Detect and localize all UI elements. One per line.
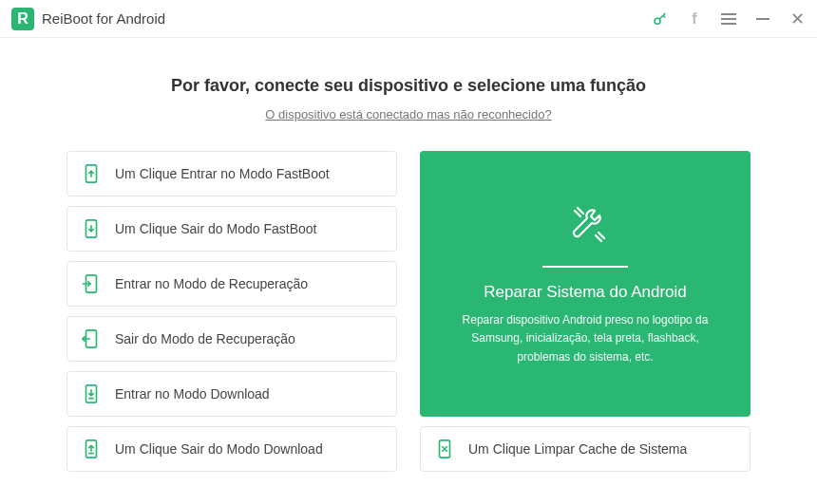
titlebar-controls: f ✕	[652, 10, 806, 28]
close-icon[interactable]: ✕	[788, 10, 806, 28]
phone-arrow-up-icon	[81, 163, 102, 184]
phone-clear-icon	[434, 439, 455, 459]
option-label: Um Clique Sair do Modo Download	[115, 441, 323, 457]
exit-download-button[interactable]: Um Clique Sair do Modo Download	[66, 426, 397, 472]
option-label: Um Clique Limpar Cache de Sistema	[468, 441, 687, 457]
logo-icon: R	[11, 8, 34, 30]
phone-download-icon	[81, 383, 102, 404]
enter-download-button[interactable]: Entrar no Modo Download	[66, 371, 397, 417]
page-heading: Por favor, conecte seu dispositivo e sel…	[66, 76, 750, 96]
app-title: ReiBoot for Android	[42, 10, 165, 27]
key-icon[interactable]	[652, 10, 669, 28]
minimize-icon[interactable]	[754, 10, 771, 28]
option-label: Entrar no Modo Download	[115, 386, 270, 401]
options-grid: Um Clique Entrar no Modo FastBoot Um Cli…	[66, 151, 750, 472]
repair-description: Reparar dispositivo Android preso no log…	[448, 311, 722, 366]
help-link-wrap: O dispositivo está conectado mas não rec…	[66, 105, 750, 122]
enter-recovery-button[interactable]: Entrar no Modo de Recuperação	[66, 261, 397, 307]
tools-icon	[561, 201, 609, 249]
titlebar: R ReiBoot for Android f ✕	[0, 0, 817, 38]
phone-arrow-down-icon	[81, 218, 102, 239]
option-label: Entrar no Modo de Recuperação	[115, 276, 308, 291]
option-label: Um Clique Sair do Modo FastBoot	[115, 221, 316, 236]
app-logo: R ReiBoot for Android	[11, 8, 165, 30]
facebook-icon[interactable]: f	[686, 10, 703, 28]
main-content: Por favor, conecte seu dispositivo e sel…	[0, 38, 817, 500]
phone-arrow-in-icon	[81, 273, 102, 294]
phone-arrow-out-icon	[81, 328, 102, 349]
enter-fastboot-button[interactable]: Um Clique Entrar no Modo FastBoot	[66, 151, 397, 196]
right-column: Reparar Sistema do Android Reparar dispo…	[420, 151, 750, 472]
menu-icon[interactable]	[720, 10, 737, 28]
phone-upload-icon	[81, 439, 102, 459]
repair-title: Reparar Sistema do Android	[484, 283, 687, 302]
clear-cache-button[interactable]: Um Clique Limpar Cache de Sistema	[420, 426, 750, 472]
exit-recovery-button[interactable]: Sair do Modo de Recuperação	[66, 316, 397, 362]
card-divider	[542, 266, 628, 268]
device-not-recognized-link[interactable]: O dispositivo está conectado mas não rec…	[265, 107, 551, 121]
svg-point-0	[655, 18, 660, 24]
exit-fastboot-button[interactable]: Um Clique Sair do Modo FastBoot	[66, 206, 397, 252]
option-label: Sair do Modo de Recuperação	[115, 331, 295, 346]
option-label: Um Clique Entrar no Modo FastBoot	[115, 166, 330, 181]
left-column: Um Clique Entrar no Modo FastBoot Um Cli…	[66, 151, 397, 472]
repair-system-card[interactable]: Reparar Sistema do Android Reparar dispo…	[420, 151, 750, 417]
